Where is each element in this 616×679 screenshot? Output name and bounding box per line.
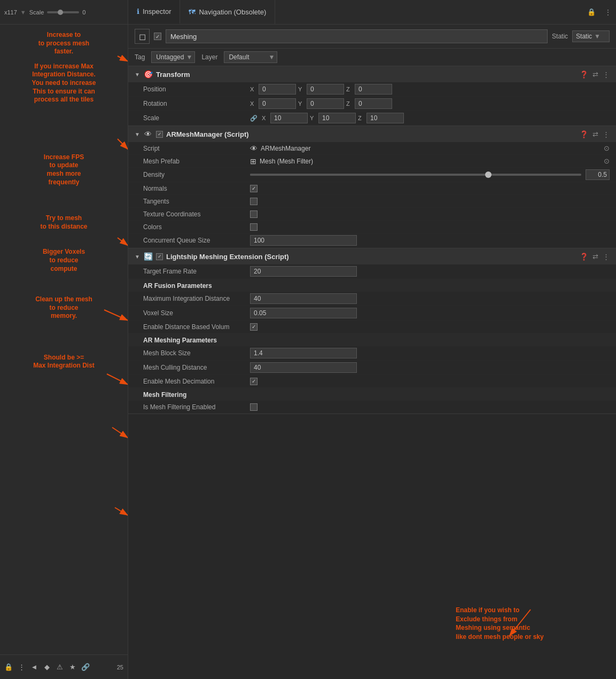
scale-xyz: 🔗 X Y Z bbox=[250, 113, 610, 123]
transform-header[interactable]: ▼ 🎯 Transform ❓ ⇄ ⋮ bbox=[128, 66, 616, 82]
voxel-size-row: Voxel Size bbox=[128, 306, 616, 321]
density-slider-track[interactable] bbox=[250, 174, 581, 176]
scale-value: 0 bbox=[82, 9, 85, 15]
ar-mesh-enabled[interactable]: ✓ bbox=[156, 131, 163, 138]
density-thumb[interactable] bbox=[485, 171, 492, 178]
mesh-prefab-icon: ⊞ bbox=[250, 157, 256, 166]
scale-z-input[interactable] bbox=[367, 113, 404, 123]
tag-dropdown-arrow: ▼ bbox=[186, 53, 193, 61]
transform-menu-icon[interactable]: ⋮ bbox=[603, 71, 610, 79]
mesh-prefab-target-icon[interactable]: ⊙ bbox=[604, 157, 610, 165]
mesh-prefab-row: Mesh Prefab ⊞ Mesh (Mesh Filter) ⊙ bbox=[128, 155, 616, 168]
normals-value: ✓ bbox=[250, 185, 610, 192]
sidebar-bottom-bar: 🔒 ⋮ ◄ ◆ ⚠ ★ 🔗 25 bbox=[0, 654, 128, 679]
transform-icon: 🎯 bbox=[143, 69, 153, 79]
back-icon[interactable]: ◄ bbox=[30, 663, 38, 672]
density-label: Density bbox=[143, 171, 250, 178]
annotations-area: Increase to to process mesh faster. If y… bbox=[0, 25, 128, 383]
warning-icon[interactable]: ⚠ bbox=[56, 663, 64, 672]
ar-mesh-menu-icon[interactable]: ⋮ bbox=[603, 130, 610, 138]
nav-icon: 🗺 bbox=[189, 8, 196, 16]
rotation-z-input[interactable] bbox=[355, 98, 392, 109]
object-enabled-checkbox[interactable]: ✓ bbox=[154, 33, 161, 40]
enable-decimation-row: Enable Mesh Decimation ✓ bbox=[128, 375, 616, 388]
layer-dropdown-arrow: ▼ bbox=[269, 53, 275, 61]
tab-menu-icon[interactable]: ⋮ bbox=[600, 8, 616, 17]
lightship-menu-icon[interactable]: ⋮ bbox=[603, 253, 610, 261]
target-frame-rate-row: Target Frame Rate bbox=[128, 264, 616, 279]
tab-inspector[interactable]: ℹ Inspector bbox=[128, 0, 180, 24]
annotation-5: Bigger Voxels to reduce compute bbox=[4, 248, 123, 273]
lightship-header[interactable]: ▼ 🔄 ✓ Lightship Meshing Extension (Scrip… bbox=[128, 248, 616, 264]
lightship-enabled[interactable]: ✓ bbox=[156, 253, 163, 260]
target-frame-rate-input[interactable] bbox=[250, 266, 357, 277]
inspector-content[interactable]: ◻ ✓ Static Static ▼ Tag Untagged ▼ Layer… bbox=[128, 25, 616, 679]
density-slider-container[interactable] bbox=[250, 169, 610, 180]
max-integration-input[interactable] bbox=[250, 293, 357, 304]
transform-help-icon[interactable]: ❓ bbox=[580, 71, 588, 79]
is-mesh-filtering-checkbox[interactable] bbox=[250, 403, 258, 411]
scale-y-input[interactable] bbox=[318, 113, 356, 123]
lightship-arrow: ▼ bbox=[135, 254, 140, 260]
density-row: Density bbox=[128, 168, 616, 182]
tangents-label: Tangents bbox=[143, 198, 250, 205]
position-z-input[interactable] bbox=[355, 84, 392, 95]
ar-mesh-manager-header[interactable]: ▼ 👁 ✓ ARMeshManager (Script) ❓ ⇄ ⋮ bbox=[128, 126, 616, 142]
colors-value bbox=[250, 223, 610, 231]
tab-navigation[interactable]: 🗺 Navigation (Obsolete) bbox=[180, 0, 275, 24]
ar-meshing-header: AR Meshing Parameters bbox=[128, 333, 616, 346]
scale-slider[interactable] bbox=[47, 11, 79, 13]
mesh-block-size-label: Mesh Block Size bbox=[143, 349, 250, 357]
lightship-settings-icon[interactable]: ⇄ bbox=[592, 253, 598, 261]
script-value: ARMeshManager bbox=[261, 145, 601, 152]
tag-dropdown[interactable]: Untagged ▼ bbox=[151, 51, 195, 63]
tab-inspector-label: Inspector bbox=[143, 7, 171, 15]
normals-checkbox[interactable]: ✓ bbox=[250, 185, 258, 192]
static-label: Static bbox=[552, 33, 568, 40]
density-value-input[interactable] bbox=[586, 169, 610, 180]
mesh-culling-input[interactable] bbox=[250, 362, 357, 373]
concurrent-queue-input[interactable] bbox=[250, 235, 357, 246]
menu-icon[interactable]: ⋮ bbox=[17, 663, 26, 672]
star-icon[interactable]: ★ bbox=[68, 663, 77, 672]
object-name-input[interactable] bbox=[166, 29, 548, 43]
voxel-size-input[interactable] bbox=[250, 308, 357, 318]
link-icon[interactable]: 🔗 bbox=[81, 663, 90, 672]
ar-mesh-settings-icon[interactable]: ⇄ bbox=[592, 130, 598, 138]
texture-coords-checkbox[interactable] bbox=[250, 210, 258, 218]
position-y-input[interactable] bbox=[307, 84, 344, 95]
ar-mesh-help-icon[interactable]: ❓ bbox=[580, 130, 588, 138]
lock-icon[interactable]: 🔒 bbox=[4, 663, 13, 672]
position-x-input[interactable] bbox=[259, 84, 296, 95]
dropdown-arrow: ▼ bbox=[594, 33, 601, 40]
svg-line-7 bbox=[115, 508, 128, 516]
colors-checkbox[interactable] bbox=[250, 223, 258, 231]
diamond-icon[interactable]: ◆ bbox=[43, 663, 51, 672]
transform-fields: Position X Y Z Rotation X bbox=[128, 82, 616, 126]
enable-distance-value: ✓ bbox=[250, 323, 610, 331]
is-mesh-filtering-value bbox=[250, 403, 610, 411]
mesh-block-size-input[interactable] bbox=[250, 348, 357, 358]
lightship-help-icon[interactable]: ❓ bbox=[580, 253, 588, 261]
sidebar-top-bar: x117 ▼ Scale 0 bbox=[0, 0, 128, 25]
rotation-y-input[interactable] bbox=[307, 98, 344, 109]
rotation-xyz: X Y Z bbox=[250, 98, 610, 109]
voxel-size-label: Voxel Size bbox=[143, 309, 250, 317]
scale-x-input[interactable] bbox=[270, 113, 308, 123]
object-icon: ◻ bbox=[135, 29, 150, 44]
layer-dropdown[interactable]: Default ▼ bbox=[224, 51, 277, 63]
enable-decimation-checkbox[interactable]: ✓ bbox=[250, 378, 258, 385]
transform-section: ▼ 🎯 Transform ❓ ⇄ ⋮ Position X Y bbox=[128, 66, 616, 126]
transform-settings-icon[interactable]: ⇄ bbox=[592, 71, 598, 79]
script-target-icon[interactable]: ⊙ bbox=[604, 144, 610, 152]
mesh-filtering-header: Mesh Filtering bbox=[128, 388, 616, 401]
script-ref: 👁 ARMeshManager ⊙ bbox=[250, 144, 610, 153]
static-dropdown[interactable]: Static ▼ bbox=[572, 30, 610, 42]
mesh-block-size-row: Mesh Block Size bbox=[128, 346, 616, 361]
lock-icon[interactable]: 🔒 bbox=[587, 8, 596, 16]
tangents-checkbox[interactable] bbox=[250, 198, 258, 205]
enable-distance-checkbox[interactable]: ✓ bbox=[250, 323, 258, 331]
rotation-x-input[interactable] bbox=[259, 98, 296, 109]
scale-row: Scale 🔗 X Y Z bbox=[128, 111, 616, 126]
tab-navigation-label: Navigation (Obsolete) bbox=[199, 8, 266, 16]
